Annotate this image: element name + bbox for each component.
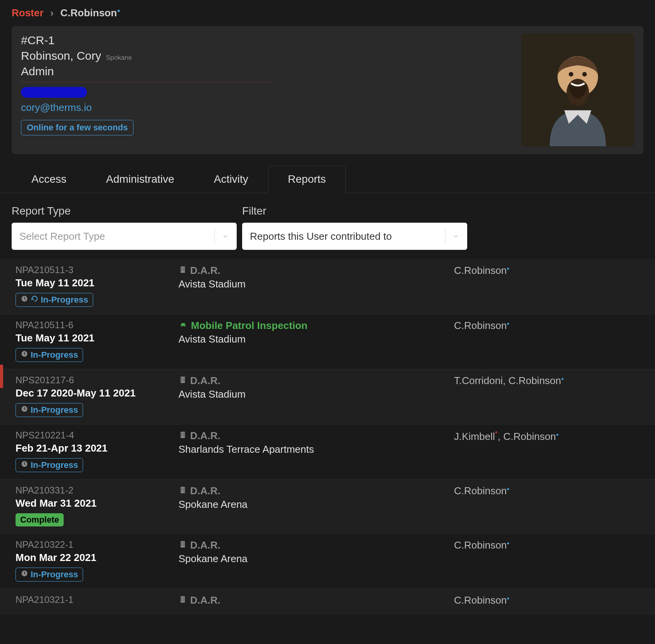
svg-rect-31 [184, 436, 184, 436]
tab-activity[interactable]: Activity [194, 166, 268, 193]
filter-label: Filter [242, 205, 467, 217]
svg-rect-35 [181, 489, 182, 490]
report-date: Mon Mar 22 2021 [16, 552, 178, 564]
report-id: NPA210321-1 [16, 594, 178, 605]
report-location: Spokane Arena [178, 553, 454, 565]
status-dot-icon: ● [507, 486, 509, 492]
report-row[interactable]: NPA210331-2Wed Mar 31 2021CompleteD.A.R.… [0, 479, 655, 533]
status-badge: In-Progress [16, 458, 83, 472]
report-type: D.A.R. [178, 375, 220, 387]
report-type: D.A.R. [178, 594, 220, 606]
report-row[interactable]: NPA210511-3Tue May 11 2021In-ProgressD.A… [0, 259, 655, 314]
status-dot-icon: ● [561, 376, 564, 381]
online-status-badge: Online for a few seconds [21, 120, 133, 135]
reports-list: NPA210511-3Tue May 11 2021In-ProgressD.A… [0, 255, 655, 615]
chevron-down-icon [215, 229, 229, 244]
status-dot-icon: ● [507, 321, 509, 326]
svg-rect-47 [181, 596, 185, 603]
svg-rect-27 [184, 433, 184, 434]
svg-rect-32 [181, 487, 185, 493]
status-text: Complete [20, 515, 59, 525]
profile-location: Spokane [106, 54, 132, 61]
svg-rect-50 [181, 599, 182, 599]
building-icon [178, 430, 187, 442]
report-assignees: C.Robinson● [454, 320, 643, 362]
svg-rect-44 [184, 544, 184, 544]
status-text: In-Progress [31, 350, 78, 360]
profile-card: #CR-1 Robinson, Cory Spokane Admin cory@… [12, 26, 643, 154]
status-text: In-Progress [41, 295, 88, 305]
status-badge: In-Progress [16, 403, 83, 417]
report-row[interactable]: NPS210221-4Feb 21-Apr 13 2021In-Progress… [0, 424, 655, 479]
report-location: Spokane Arena [178, 499, 454, 511]
report-row[interactable]: NPA210511-6Tue May 11 2021In-ProgressMob… [0, 314, 655, 369]
avatar [522, 34, 634, 146]
status-dot-icon: ● [507, 266, 509, 271]
breadcrumb-current: C.Robinson [61, 7, 117, 19]
tab-access[interactable]: Access [12, 166, 86, 193]
tab-administrative[interactable]: Administrative [86, 166, 194, 193]
status-badge: Complete [16, 513, 64, 526]
report-assignees: C.Robinson● [454, 265, 643, 307]
building-icon [178, 594, 187, 606]
report-id: NPS210221-4 [16, 430, 178, 441]
svg-rect-20 [181, 379, 182, 380]
building-icon [178, 375, 187, 387]
report-assignees: C.Robinson● [454, 485, 643, 526]
svg-rect-30 [181, 436, 182, 436]
status-text: In-Progress [31, 460, 78, 470]
report-date: Wed Mar 31 2021 [16, 497, 178, 509]
report-location: Avista Stadium [178, 278, 454, 290]
svg-rect-45 [181, 545, 182, 546]
chevron-right-icon: › [50, 7, 54, 19]
report-id: NPS201217-6 [16, 375, 178, 386]
svg-rect-53 [184, 600, 184, 601]
svg-rect-12 [184, 270, 184, 271]
report-assignees: T.Corridoni, C.Robinson● [454, 375, 643, 417]
svg-point-4 [582, 72, 587, 77]
building-icon [178, 485, 187, 497]
report-row[interactable]: NPA210322-1Mon Mar 22 2021In-ProgressD.A… [0, 533, 655, 589]
report-row[interactable]: NPS201217-6Dec 17 2020-May 11 2021In-Pro… [0, 369, 655, 424]
profile-role: Admin [21, 65, 522, 78]
breadcrumb: Roster › C.Robinson● [0, 7, 655, 26]
report-type-select[interactable]: Select Report Type [12, 223, 237, 250]
building-icon [178, 265, 187, 277]
svg-rect-9 [181, 269, 182, 270]
tabs: AccessAdministrativeActivityReports [0, 166, 655, 193]
breadcrumb-root[interactable]: Roster [12, 7, 43, 19]
status-badge: In-Progress [16, 568, 83, 582]
clock-icon [21, 460, 28, 470]
status-badge: In-Progress [16, 348, 83, 362]
report-type-placeholder: Select Report Type [19, 230, 105, 242]
svg-rect-28 [181, 434, 182, 435]
refresh-icon [31, 295, 38, 305]
clock-icon [21, 405, 28, 415]
report-row[interactable]: NPA210321-1D.A.R.C.Robinson● [0, 589, 655, 615]
tab-reports[interactable]: Reports [268, 166, 346, 193]
filter-select[interactable]: Reports this User contributed to [242, 223, 467, 250]
report-type: D.A.R. [178, 430, 220, 442]
profile-name: Robinson, Cory [21, 49, 101, 62]
svg-point-14 [182, 325, 182, 326]
svg-point-3 [569, 72, 574, 77]
svg-rect-19 [184, 378, 184, 379]
svg-rect-41 [181, 542, 182, 543]
status-badge: In-Progress [16, 293, 93, 307]
filters-row: Report Type Select Report Type Filter Re… [0, 193, 655, 255]
svg-rect-52 [181, 600, 182, 601]
report-type: D.A.R. [178, 539, 220, 551]
svg-rect-33 [181, 488, 182, 489]
svg-rect-36 [184, 489, 184, 490]
svg-rect-8 [184, 268, 184, 268]
svg-rect-29 [184, 434, 184, 435]
report-type: Mobile Patrol Inspection [178, 320, 307, 332]
profile-id: #CR-1 [21, 34, 522, 47]
report-type: D.A.R. [178, 485, 220, 497]
svg-rect-10 [184, 269, 184, 270]
divider [21, 82, 269, 82]
profile-email-link[interactable]: cory@therms.io [21, 102, 92, 114]
report-location: Avista Stadium [178, 333, 454, 345]
svg-rect-38 [184, 491, 184, 492]
status-dot-icon: ● [507, 596, 509, 601]
